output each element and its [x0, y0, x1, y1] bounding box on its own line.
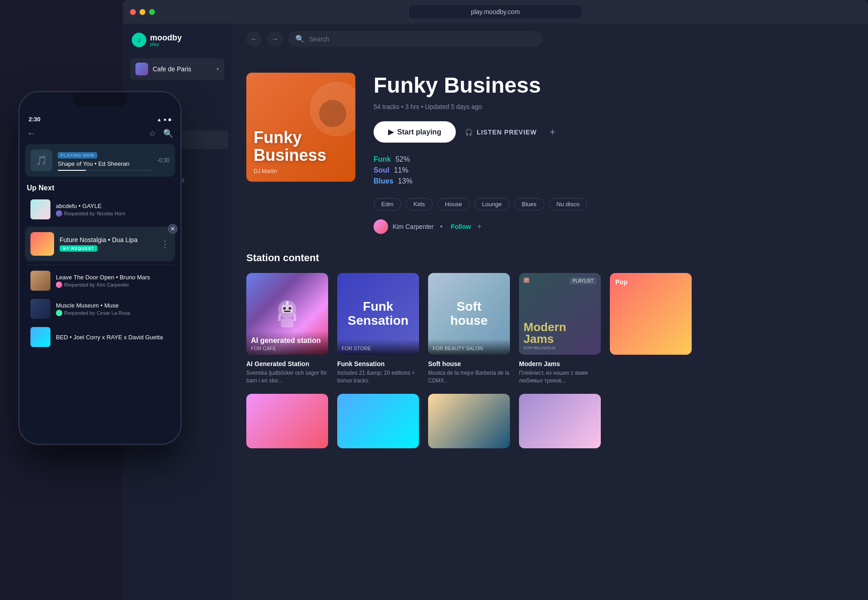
card-funk-cover: FunkSensation FOR STORE [337, 273, 419, 355]
ai-card-desc: Svenska ljudböcker och sagor för barn i … [246, 369, 328, 385]
ai-card-title: AI Generated Station [246, 360, 328, 367]
queue-info-muscle: Muscle Museum • Muse Requested by Cesar … [56, 302, 170, 316]
explicit-badge: PLAYLIST [570, 278, 596, 284]
start-playing-button[interactable]: ▶ Start playing [374, 121, 456, 143]
ai-card-label: AI generated station FOR CAFE [246, 331, 328, 355]
request-options-button[interactable]: ⋮ [160, 238, 170, 249]
funk-card-title: Funk Sensation [337, 360, 419, 367]
requested-by-muscle: Requested by [64, 310, 95, 316]
hero-section: Funky Business DJ Martin Funky Business … [232, 55, 868, 252]
plus-icon[interactable]: + [477, 223, 481, 231]
modern-cover-text: ModernJams FOR RELIGIOUS [524, 321, 566, 350]
genre-funk-name: Funk [374, 155, 391, 164]
modern-card-title: Modern Jams [519, 360, 601, 367]
progress-fill [58, 170, 86, 171]
now-playing-bar[interactable]: 🎵 PLAYING NOW Shape of You • Ed Sheeran … [25, 144, 175, 177]
small-card-1[interactable] [246, 394, 328, 448]
phone-body: 2:30 ▲ ● ■ ← ☆ 🔍 🎵 PLAYING NOW [18, 91, 182, 445]
playing-now-badge: PLAYING NOW [58, 152, 97, 159]
card-ai-generated[interactable]: AI generated station FOR CAFE AI Generat… [246, 273, 328, 385]
tag-blues[interactable]: Blues [514, 198, 544, 210]
queue-track-muscle: Muscle Museum • Muse [56, 302, 170, 309]
workspace-selector[interactable]: Cafe de Paris ▾ [130, 58, 224, 80]
card-partial[interactable]: Pop [610, 273, 692, 385]
second-row-cards [246, 394, 853, 448]
address-bar[interactable]: play.moodby.com [409, 5, 582, 18]
tag-lounge[interactable]: Lounge [474, 198, 509, 210]
card-partial-cover: Pop [610, 273, 692, 355]
tag-edm[interactable]: Edm [374, 198, 401, 210]
small-card-4[interactable] [519, 394, 601, 448]
phone-notch [73, 92, 127, 107]
card-modern-jams[interactable]: ModernJams FOR RELIGIOUS PLAYLIST 7 Mode… [519, 273, 601, 385]
follow-button[interactable]: Follow [451, 223, 471, 230]
search-input[interactable] [309, 35, 535, 43]
window-controls [130, 9, 155, 15]
my-request-badge: MY REQUEST [60, 245, 97, 252]
my-request-card[interactable]: ✕ Future Nostalgia • Dua Lipa MY REQUEST… [25, 227, 175, 261]
tag-kids[interactable]: Kids [406, 198, 433, 210]
card-funk-sensation[interactable]: FunkSensation FOR STORE Funk Sensation I… [337, 273, 419, 385]
close-dot[interactable] [130, 9, 136, 15]
queue-item-leave-door[interactable]: Leave The Door Open • Bruno Mars Request… [23, 267, 177, 294]
duration: 3 hrs [405, 103, 419, 110]
now-playing-track: Shape of You • Ed Sheeran [58, 160, 152, 167]
requester-leave-door: Kim Carpenter [97, 282, 129, 288]
card-ai-cover: AI generated station FOR CAFE [246, 273, 328, 355]
logo-sub: play [150, 42, 182, 47]
queue-requested-muscle: Requested by Cesar La Rosa [56, 310, 170, 316]
phone-screen: 2:30 ▲ ● ■ ← ☆ 🔍 🎵 PLAYING NOW [20, 92, 180, 444]
station-section-title: Station content [246, 252, 853, 264]
logo-text: moodby play [150, 34, 182, 47]
cover-dj: DJ Martin [254, 168, 348, 174]
add-button[interactable]: + [549, 126, 555, 138]
workspace-avatar [135, 63, 148, 75]
topbar: ← → 🔍 [232, 24, 868, 55]
tag-house[interactable]: House [437, 198, 470, 210]
modern-cover-title: ModernJams [524, 321, 566, 345]
tag-nu-disco[interactable]: Nu disco [549, 198, 588, 210]
small-card-3[interactable] [428, 394, 510, 448]
minimize-dot[interactable] [140, 9, 145, 15]
phone-star-icon[interactable]: ☆ [149, 129, 156, 139]
phone-time: 2:30 [29, 116, 40, 123]
forward-button[interactable]: → [267, 31, 283, 47]
battery-icon: ■ [168, 117, 171, 122]
card-soft-house[interactable]: Softhouse FOR BEAUTY SALON Soft house Mu… [428, 273, 510, 385]
card-soft-cover: Softhouse FOR BEAUTY SALON [428, 273, 510, 355]
phone-topbar: ← ☆ 🔍 [20, 124, 180, 142]
queue-item-muscle[interactable]: Muscle Museum • Muse Requested by Cesar … [23, 295, 177, 322]
close-request-button[interactable]: ✕ [168, 224, 178, 234]
queue-item-1[interactable]: abcdefu • GAYLE Requested by Nicolas Hor… [23, 196, 177, 223]
playlist-cover: Funky Business DJ Martin [246, 73, 355, 182]
queue-item-bed[interactable]: BED • Joel Corry x RAYE x David Guetta [23, 323, 177, 351]
queue-album-bed [30, 327, 50, 347]
back-button[interactable]: ← [246, 31, 262, 47]
phone-back-button[interactable]: ← [27, 128, 36, 139]
requester-name-1: Nicolas Horn [97, 211, 125, 216]
headphones-icon: 🎧 [465, 129, 473, 136]
soft-card-title: Soft house [428, 360, 510, 367]
small-card-2[interactable] [337, 394, 419, 448]
genre-funk-row: Funk 52% [374, 155, 853, 164]
requested-by-leave-door: Requested by [64, 282, 95, 288]
phone-search-icon[interactable]: 🔍 [163, 129, 173, 139]
logo-icon: ♪ [132, 33, 146, 47]
funk-card-label: FOR STORE [337, 339, 419, 355]
soft-card-label: FOR BEAUTY SALON [428, 339, 510, 355]
queue-info-1: abcdefu • GAYLE Requested by Nicolas Hor… [56, 203, 170, 217]
playlist-info: Funky Business 54 tracks • 3 hrs • Updat… [374, 73, 853, 234]
listen-preview-button[interactable]: 🎧 LISTEN PREVIEW [465, 129, 537, 136]
meta-separator2: • [421, 103, 425, 110]
app-container: ♪ moodby play Cafe de Paris ▾ ▷ Home ○ E [123, 24, 868, 600]
main-content: ← → 🔍 Funky Business DJ Martin F [232, 24, 868, 600]
now-playing-progress [58, 170, 152, 171]
explicit-e-badge: 7 [524, 278, 529, 283]
funk-card-desc: Includes 21 &amp; 20 editions + bonus tr… [337, 369, 419, 385]
maximize-dot[interactable] [149, 9, 155, 15]
queue-info-leave-door: Leave The Door Open • Bruno Mars Request… [56, 274, 170, 288]
station-cards-row: AI generated station FOR CAFE AI Generat… [246, 273, 853, 385]
soft-card-desc: Musica de la mejor Barberia de la CDMX..… [428, 369, 510, 385]
funk-cover-title: FunkSensation [348, 300, 409, 328]
modern-label-sub: FOR RELIGIOUS [524, 346, 566, 350]
